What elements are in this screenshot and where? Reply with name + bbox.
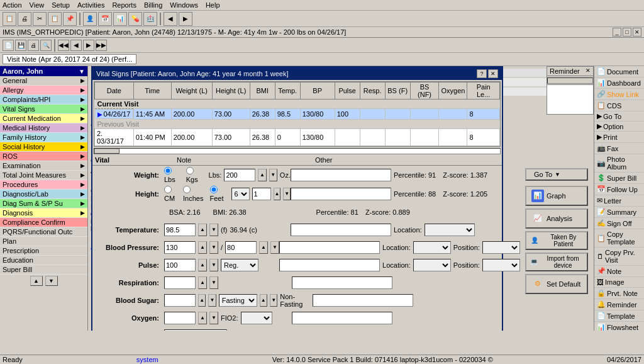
height-note-input[interactable]: [291, 188, 391, 200]
toolbar2-btn-nav-next[interactable]: ▶: [83, 40, 94, 51]
import-device-button[interactable]: 💻 Import from device: [525, 253, 588, 271]
toolbar-btn-1[interactable]: 📋: [3, 12, 16, 26]
go-to-button[interactable]: Go To ▼: [525, 168, 588, 181]
sidebar-item-procedures[interactable]: Procedures ▶: [0, 180, 87, 190]
temperature-note-input[interactable]: [291, 224, 391, 236]
taken-by-patient-button[interactable]: 👤 Taken By Patient: [525, 231, 588, 250]
toolbar2-btn-2[interactable]: 💾: [15, 40, 26, 51]
temp-down-btn[interactable]: ▼: [209, 224, 218, 236]
right-sidebar-print[interactable]: ▶ Print: [594, 132, 644, 143]
respiration-note-input[interactable]: [292, 276, 392, 289]
oxygen-fio2-select[interactable]: [241, 312, 272, 324]
right-sidebar-summary[interactable]: 📝 Summary: [594, 207, 644, 218]
window-minimize[interactable]: _: [613, 28, 621, 37]
height-down-btn[interactable]: ▼: [283, 188, 291, 200]
sidebar-item-vitals[interactable]: Vital Signs ▶: [0, 105, 87, 114]
right-sidebar-goto-section[interactable]: ▶ Go To: [594, 111, 644, 122]
pulse-position-select[interactable]: [482, 259, 520, 271]
weight-up-btn[interactable]: ▲: [258, 169, 266, 181]
temperature-location-select[interactable]: [425, 224, 475, 236]
dialog-help[interactable]: ?: [477, 69, 487, 78]
oxygen-note-input[interactable]: [292, 312, 392, 324]
bp-sys-down-btn[interactable]: ▼: [209, 241, 218, 254]
table-row[interactable]: ▶ 04/26/17 11:45 AM 200.00 73.00 26.38 9…: [95, 109, 500, 120]
bp-location-select[interactable]: [413, 241, 451, 254]
table-scrollbar[interactable]: [94, 148, 501, 154]
menu-setup[interactable]: Setup: [52, 1, 70, 9]
sidebar-item-complaints[interactable]: Complaints/HPI ▶: [0, 95, 87, 105]
toolbar-btn-back[interactable]: ◀: [164, 12, 177, 26]
oxygen-value-input[interactable]: [164, 312, 196, 324]
set-default-button[interactable]: ⚙ Set Default: [525, 274, 588, 294]
pulse-down-btn[interactable]: ▼: [209, 259, 218, 271]
pulse-note-input[interactable]: [279, 259, 380, 271]
right-sidebar-flowsheet[interactable]: 📊 Flowsheet: [594, 322, 644, 331]
bs-down-btn[interactable]: ▼: [208, 294, 216, 307]
right-sidebar-image[interactable]: 🖼 Image: [594, 277, 644, 288]
sidebar-item-education[interactable]: Education: [0, 256, 87, 265]
toolbar2-btn-4[interactable]: 🔍: [40, 40, 52, 51]
right-sidebar-letter[interactable]: ✉ Letter: [594, 195, 644, 207]
pulse-up-btn[interactable]: ▲: [198, 259, 207, 271]
scrollbar-thumb[interactable]: [94, 149, 119, 154]
graph-button[interactable]: 📊 Graph: [525, 186, 588, 206]
toolbar-btn-9[interactable]: 💊: [128, 12, 142, 26]
toolbar-btn-fwd[interactable]: ▶: [179, 12, 192, 26]
right-sidebar-prvt-note[interactable]: 🔒 Prvt. Note: [594, 288, 644, 299]
reminder-scrollbar[interactable]: [547, 76, 593, 85]
bs-up-btn[interactable]: ▲: [198, 294, 206, 307]
toolbar-btn-2[interactable]: 🖨: [18, 12, 31, 26]
menu-windows[interactable]: Windows: [170, 1, 198, 9]
sidebar-item-family-history[interactable]: Family History ▶: [0, 133, 87, 142]
pain-value-input[interactable]: [164, 329, 227, 331]
blood-sugar-type-select[interactable]: Fasting: [219, 294, 257, 307]
sidebar-item-ros[interactable]: ROS ▶: [0, 152, 87, 161]
toolbar-btn-5[interactable]: 📌: [63, 12, 77, 26]
sidebar-item-diagnostic[interactable]: Diagnostic/Lab ▶: [0, 190, 87, 199]
blood-sugar-note-input[interactable]: [313, 294, 413, 307]
resp-down-btn[interactable]: ▼: [209, 276, 218, 289]
analysis-button[interactable]: 📈 Analysis: [525, 208, 588, 229]
table-row[interactable]: 2. 03/31/17 01:40 PM 200.00 73.00 26.38 …: [95, 128, 500, 145]
sidebar-patient-name[interactable]: Aaron, John ▼: [0, 66, 87, 76]
right-sidebar-follow-up[interactable]: 📅 Follow Up: [594, 184, 644, 195]
sidebar-item-prescription[interactable]: Prescription: [0, 246, 87, 256]
bp-note-input[interactable]: [279, 241, 380, 254]
menu-action[interactable]: Action: [3, 1, 22, 9]
right-sidebar-template[interactable]: 📄 Template: [594, 310, 644, 322]
respiration-value-input[interactable]: [164, 276, 196, 289]
toolbar2-btn-1[interactable]: 📄: [3, 40, 14, 51]
resp-up-btn[interactable]: ▲: [198, 276, 207, 289]
window-maximize[interactable]: □: [623, 28, 631, 37]
right-sidebar-copy-prv-visit[interactable]: 🗒 Copy Prv. Visit: [594, 247, 644, 266]
oxygen-up-btn[interactable]: ▲: [198, 312, 207, 324]
right-sidebar-copy-template[interactable]: 📋 Copy Template: [594, 229, 644, 247]
height-cm-radio[interactable]: [164, 186, 172, 193]
right-sidebar-show-link[interactable]: 🔗 Show Link: [594, 89, 644, 100]
height-inches-radio[interactable]: [183, 186, 191, 193]
menu-billing[interactable]: Billing: [144, 1, 162, 9]
right-sidebar-option-section[interactable]: ▶ Option: [594, 122, 644, 132]
weight-down-btn[interactable]: ▼: [269, 169, 277, 181]
height-inches-input[interactable]: [252, 188, 271, 200]
sidebar-item-plan[interactable]: Plan: [0, 237, 87, 246]
toolbar-btn-6[interactable]: 👤: [83, 12, 97, 26]
oxygen-down-btn[interactable]: ▼: [209, 312, 218, 324]
sidebar-item-compliance[interactable]: Compliance Confirm: [0, 218, 87, 227]
weight-kgs-radio[interactable]: [186, 167, 194, 174]
sidebar-item-diagnosis[interactable]: Diagnosis ▶: [0, 208, 87, 218]
sidebar-item-medication[interactable]: Current Medication ▶: [0, 114, 87, 123]
toolbar-btn-10[interactable]: 🏥: [143, 12, 157, 26]
bp-dia-up-btn[interactable]: ▲: [259, 241, 268, 254]
temp-up-btn[interactable]: ▲: [198, 224, 207, 236]
sidebar-item-examination[interactable]: Examination ▶: [0, 161, 87, 171]
menu-reports[interactable]: Reports: [112, 1, 136, 9]
toolbar-btn-4[interactable]: 📋: [48, 12, 62, 26]
weight-lbs-radio[interactable]: [164, 167, 172, 174]
menu-activities[interactable]: Activities: [77, 1, 104, 9]
right-sidebar-sign-off[interactable]: ✍ Sign Off: [594, 218, 644, 229]
window-close[interactable]: ✕: [633, 28, 641, 37]
toolbar2-btn-nav-end[interactable]: ▶▶: [96, 40, 107, 51]
right-sidebar-fax[interactable]: 📠 Fax: [594, 143, 644, 154]
pulse-location-select[interactable]: [413, 259, 451, 271]
